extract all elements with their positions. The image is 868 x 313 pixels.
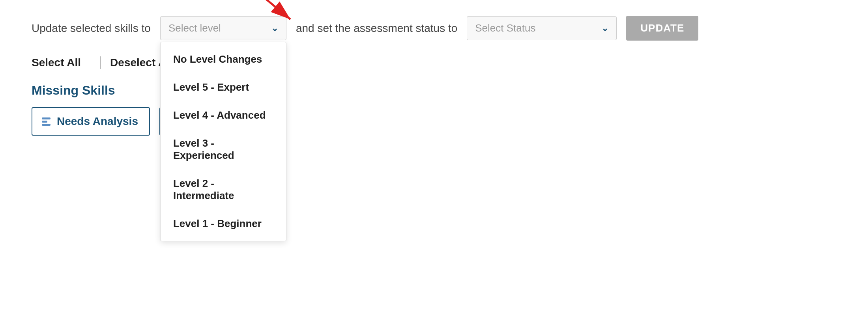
toolbar-row: Update selected skills to Select level ⌄… <box>32 16 836 41</box>
select-status-placeholder: Select Status <box>475 22 535 34</box>
select-deselect-row: Select All Deselect All <box>32 56 836 69</box>
chevron-down-icon-status: ⌄ <box>601 23 608 34</box>
select-level-wrapper: Select level ⌄ No Level Changes Level 5 … <box>160 16 286 40</box>
skill-card-needs-analysis[interactable]: Needs Analysis <box>32 107 150 136</box>
svg-line-1 <box>263 0 290 19</box>
level-option-no-change[interactable]: No Level Changes <box>161 45 286 73</box>
level-option-5[interactable]: Level 5 - Expert <box>161 73 286 101</box>
bar-full-2 <box>42 124 51 126</box>
level-option-4[interactable]: Level 4 - Advanced <box>161 101 286 129</box>
skills-row: Needs Analysis n Solving <box>32 107 836 136</box>
select-all-button[interactable]: Select All <box>32 56 90 69</box>
and-set-label: and set the assessment status to <box>296 22 457 35</box>
missing-skills-title: Missing Skills <box>32 83 836 98</box>
level-option-3[interactable]: Level 3 - Experienced <box>161 129 286 170</box>
select-status-dropdown[interactable]: Select Status ⌄ <box>467 16 617 40</box>
chevron-down-icon: ⌄ <box>271 23 278 34</box>
page-wrapper: Update selected skills to Select level ⌄… <box>0 0 868 313</box>
divider <box>100 56 101 69</box>
level-option-1[interactable]: Level 1 - Beginner <box>161 210 286 238</box>
skill-level-icon <box>42 117 51 126</box>
bar-short <box>42 121 47 123</box>
skill-name-needs-analysis: Needs Analysis <box>57 115 138 128</box>
red-arrow-icon <box>255 0 302 24</box>
level-option-2[interactable]: Level 2 - Intermediate <box>161 170 286 210</box>
select-status-wrapper: Select Status ⌄ <box>467 16 617 40</box>
update-button[interactable]: UPDATE <box>626 16 698 41</box>
bar-full <box>42 117 51 119</box>
select-level-placeholder: Select level <box>168 22 221 34</box>
update-label-prefix: Update selected skills to <box>32 22 151 35</box>
level-dropdown-menu: No Level Changes Level 5 - Expert Level … <box>160 42 286 241</box>
